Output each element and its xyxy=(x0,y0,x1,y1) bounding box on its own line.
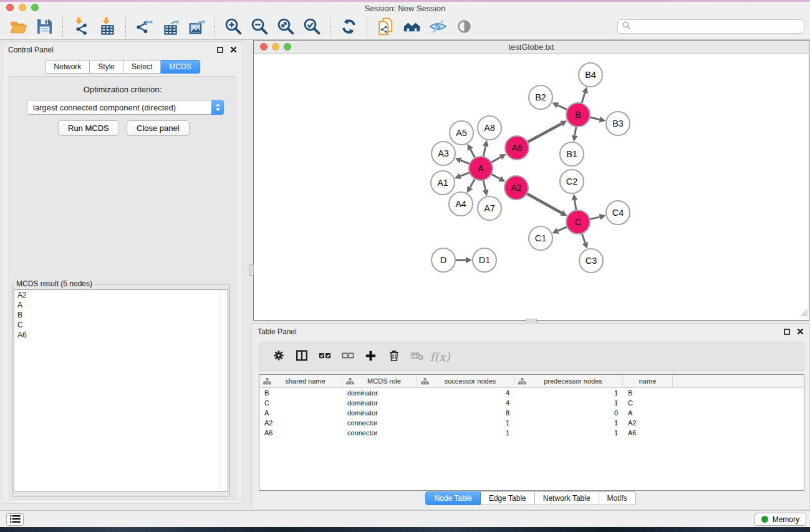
table-tab-motifs[interactable]: Motifs xyxy=(599,491,636,505)
graph-edge-A2-C[interactable] xyxy=(527,193,567,216)
memory-button[interactable]: Memory xyxy=(755,513,806,526)
column-header-predecessor-nodes[interactable]: predecessor nodes xyxy=(514,375,623,387)
graph-node-B[interactable]: B xyxy=(566,103,590,127)
graph-node-C1[interactable]: C1 xyxy=(529,226,552,250)
column-header-name[interactable]: name xyxy=(623,375,673,387)
graph-node-A5[interactable]: A5 xyxy=(450,121,473,145)
graph-node-A8[interactable]: A8 xyxy=(478,116,501,140)
graph-edge-A-A1[interactable] xyxy=(455,173,470,179)
graph-edge-A-A4[interactable] xyxy=(467,179,475,193)
table-settings-button[interactable] xyxy=(267,346,290,368)
graph-edge-B-B3[interactable] xyxy=(590,117,606,123)
table-row[interactable]: A2connector11A2 xyxy=(259,418,804,428)
table-cell[interactable]: A2 xyxy=(623,419,673,427)
table-cell[interactable]: 1 xyxy=(514,429,623,437)
graph-edge-B-B2[interactable] xyxy=(552,102,567,110)
graph-node-B4[interactable]: B4 xyxy=(579,63,602,87)
graph-edge-B-B4[interactable] xyxy=(582,87,588,104)
result-list-item[interactable]: A2 xyxy=(14,290,228,300)
table-cell[interactable]: connector xyxy=(342,429,417,437)
column-header-shared-name[interactable]: shared name xyxy=(259,375,342,387)
result-list-scrollbar[interactable] xyxy=(219,290,228,491)
graph-node-B2[interactable]: B2 xyxy=(529,85,552,109)
unselect-all-columns-button[interactable] xyxy=(336,346,359,368)
table-cell[interactable]: A xyxy=(259,409,342,417)
table-cell[interactable]: B xyxy=(259,389,342,397)
graph-node-A1[interactable]: A1 xyxy=(431,171,455,195)
graph-edge-A-A8[interactable] xyxy=(483,140,489,157)
graph-node-C[interactable]: C xyxy=(566,210,590,234)
graph-node-C2[interactable]: C2 xyxy=(560,170,584,193)
network-graph-canvas[interactable]: B4B2BB3A8A5A6A3B1AC2A1A2A4A7C4CC1C3DD1 xyxy=(254,54,809,320)
table-tab-network-table[interactable]: Network Table xyxy=(535,491,599,505)
graph-edge-A-A7[interactable] xyxy=(483,180,489,196)
table-cell[interactable]: C xyxy=(623,399,673,407)
table-cell[interactable]: 1 xyxy=(514,389,623,397)
tab-network[interactable]: Network xyxy=(45,60,90,74)
column-layout-button[interactable] xyxy=(290,346,313,368)
graph-node-D[interactable]: D xyxy=(432,248,455,272)
close-table-panel-button[interactable] xyxy=(797,328,804,335)
graph-edge-C-C4[interactable] xyxy=(589,214,605,220)
graph-node-C4[interactable]: C4 xyxy=(606,201,630,225)
zoom-in-button[interactable] xyxy=(220,16,246,38)
column-header-successor-nodes[interactable]: successor nodes xyxy=(417,375,514,387)
table-cell[interactable]: C xyxy=(259,399,342,407)
graph-edge-A-A6[interactable] xyxy=(491,154,506,163)
table-cell[interactable]: A xyxy=(623,409,673,417)
graph-edge-A-A5[interactable] xyxy=(468,144,475,158)
criterion-dropdown[interactable]: largest connected component (directed) xyxy=(27,100,224,115)
import-table-button[interactable] xyxy=(94,16,120,38)
table-cell[interactable]: A2 xyxy=(259,419,342,427)
import-network-button[interactable] xyxy=(68,16,94,38)
table-tab-node-table[interactable]: Node Table xyxy=(425,491,481,505)
table-cell[interactable]: A6 xyxy=(623,429,673,437)
zoom-selected-button[interactable] xyxy=(299,16,325,38)
close-panel-icon-button[interactable] xyxy=(230,46,237,53)
graph-edge-C-C1[interactable] xyxy=(552,227,567,234)
resize-grip-icon[interactable] xyxy=(800,308,808,319)
graph-node-A2[interactable]: A2 xyxy=(504,176,528,200)
table-cell[interactable]: 4 xyxy=(417,389,514,397)
clone-network-button[interactable] xyxy=(372,16,398,38)
network-window-titlebar[interactable]: testGlobe.txt xyxy=(254,41,809,54)
search-box[interactable] xyxy=(617,19,804,34)
select-all-columns-button[interactable] xyxy=(313,346,336,368)
table-row[interactable]: A6connector11A6 xyxy=(259,428,804,438)
export-network-button[interactable] xyxy=(131,16,157,38)
save-session-button[interactable] xyxy=(31,16,57,38)
table-row[interactable]: Bdominator41B xyxy=(259,388,804,398)
first-neighbors-button[interactable] xyxy=(398,16,425,38)
refresh-button[interactable] xyxy=(335,16,362,38)
table-cell[interactable]: 4 xyxy=(417,399,514,407)
task-history-button[interactable] xyxy=(6,513,24,526)
zoom-fit-button[interactable] xyxy=(272,16,299,38)
zoom-out-button[interactable] xyxy=(246,16,272,38)
graph-edge-C-C3[interactable] xyxy=(582,233,588,249)
graph-node-B3[interactable]: B3 xyxy=(606,112,630,135)
table-cell[interactable]: 1 xyxy=(514,399,623,407)
float-table-panel-button[interactable] xyxy=(784,329,790,335)
graph-edge-A-A3[interactable] xyxy=(455,157,470,163)
show-all-button[interactable] xyxy=(451,16,477,38)
graph-node-C3[interactable]: C3 xyxy=(579,249,603,273)
create-column-button[interactable] xyxy=(359,346,382,368)
export-image-button[interactable] xyxy=(183,16,210,38)
delete-columns-button[interactable] xyxy=(382,346,405,368)
graph-node-B1[interactable]: B1 xyxy=(560,142,584,166)
tab-style[interactable]: Style xyxy=(90,60,123,74)
result-list-item[interactable]: C xyxy=(14,320,228,330)
table-cell[interactable]: A6 xyxy=(259,429,342,437)
table-cell[interactable]: 1 xyxy=(417,419,514,427)
graph-node-A3[interactable]: A3 xyxy=(432,142,455,165)
table-tab-edge-table[interactable]: Edge Table xyxy=(481,491,535,505)
delete-table-button[interactable] xyxy=(405,346,428,368)
table-cell[interactable]: dominator xyxy=(342,409,417,417)
table-cell[interactable]: dominator xyxy=(342,389,417,397)
graph-edge-B-B1[interactable] xyxy=(572,127,578,142)
graph-edge-D-D1[interactable] xyxy=(455,257,472,263)
table-cell[interactable]: 8 xyxy=(417,409,514,417)
column-header-mcds-role[interactable]: MCDS role xyxy=(342,375,417,387)
tab-select[interactable]: Select xyxy=(123,60,161,74)
graph-node-A[interactable]: A xyxy=(469,157,493,180)
